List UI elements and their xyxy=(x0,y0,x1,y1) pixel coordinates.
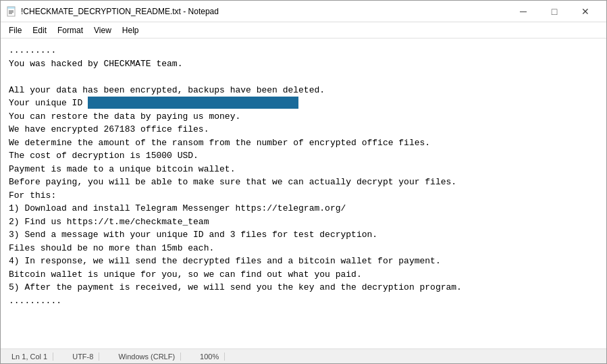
editor-content: ......... You was hacked by CHECKMATE te… xyxy=(9,44,598,307)
text-line: .......... xyxy=(9,296,61,306)
status-encoding: UTF-8 xyxy=(67,353,99,361)
text-line: We have encrypted 267183 office files. xyxy=(9,124,209,134)
notepad-icon xyxy=(6,6,17,17)
text-line: 2) Find us https://t.me/checkmate_team xyxy=(9,217,209,227)
line-5-container: Your unique ID xyxy=(9,98,298,108)
title-bar-left: !CHECKMATE_DECRYPTION_README.txt - Notep… xyxy=(6,6,219,17)
close-button[interactable]: ✕ xyxy=(570,1,601,22)
text-line: Before paying, you will be able to make … xyxy=(9,177,456,187)
notepad-window: !CHECKMATE_DECRYPTION_README.txt - Notep… xyxy=(0,0,607,364)
text-line: ......... xyxy=(9,45,56,55)
text-line: The cost of decryption is 15000 USD. xyxy=(9,151,199,161)
text-line: Bitcoin wallet is unique for you, so we … xyxy=(9,269,362,280)
unique-id-value xyxy=(88,97,298,109)
menu-view[interactable]: View xyxy=(88,22,117,38)
text-line: Files should be no more than 15mb each. xyxy=(9,243,214,253)
status-ln-col: Ln 1, Col 1 xyxy=(6,353,53,361)
svg-rect-1 xyxy=(7,7,15,9)
status-line-ending: Windows (CRLF) xyxy=(113,353,181,361)
text-line: We determine the amount of the ransom fr… xyxy=(9,138,430,148)
text-line: All your data has been encrypted, backup… xyxy=(9,85,325,95)
title-bar: !CHECKMATE_DECRYPTION_README.txt - Notep… xyxy=(1,1,606,22)
menu-help[interactable]: Help xyxy=(117,22,144,38)
status-zoom: 100% xyxy=(194,353,225,361)
text-line: 3) Send a message with your unique ID an… xyxy=(9,230,377,240)
menu-edit[interactable]: Edit xyxy=(27,22,52,38)
text-line: Payment is made to a unique bitcoin wall… xyxy=(9,164,235,174)
text-line: For this: xyxy=(9,190,56,201)
text-line: 4) In response, we will send the decrypt… xyxy=(9,256,441,266)
maximize-button[interactable]: □ xyxy=(539,1,570,22)
text-line: You can restore the data by paying us mo… xyxy=(9,111,240,122)
window-controls: ─ □ ✕ xyxy=(508,1,601,22)
window-title: !CHECKMATE_DECRYPTION_README.txt - Notep… xyxy=(21,7,219,16)
text-line: 5) After the payment is received, we wil… xyxy=(9,282,462,292)
menu-file[interactable]: File xyxy=(3,22,27,38)
menu-bar: File Edit Format View Help xyxy=(1,22,606,38)
minimize-button[interactable]: ─ xyxy=(508,1,539,22)
text-line: You was hacked by CHECKMATE team. xyxy=(9,59,182,69)
line-5-prefix: Your unique ID xyxy=(9,98,88,108)
status-bar: Ln 1, Col 1 UTF-8 Windows (CRLF) 100% xyxy=(1,348,606,363)
text-line: 1) Download and install Telegram Messeng… xyxy=(9,203,346,213)
editor-area[interactable]: ......... You was hacked by CHECKMATE te… xyxy=(1,38,606,348)
menu-format[interactable]: Format xyxy=(52,22,88,38)
